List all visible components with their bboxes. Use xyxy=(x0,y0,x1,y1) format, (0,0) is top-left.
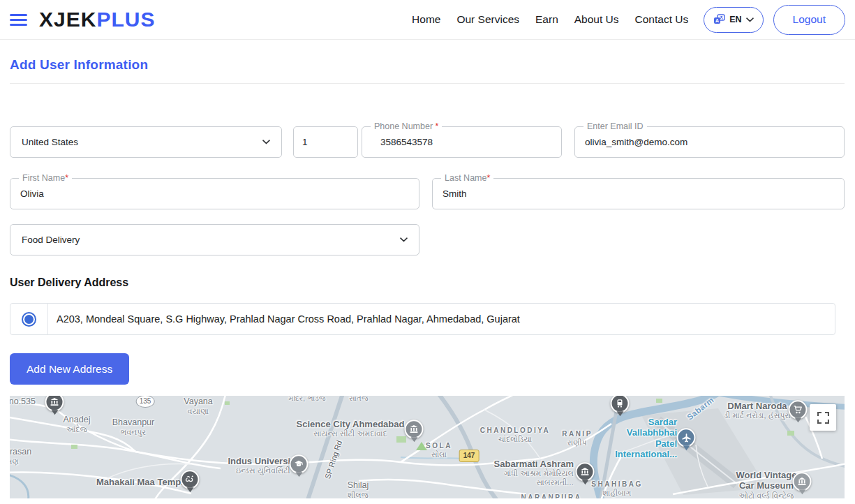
map-label: RANIPરાણીપ xyxy=(562,430,593,447)
address-row: A203, Mondeal Square, S.G Highway, Prahl… xyxy=(10,303,835,335)
translate-icon: A xyxy=(713,14,725,25)
map-label: Shilajશીલજ xyxy=(348,480,369,498)
brand-logo-blue: PLUS xyxy=(96,8,155,31)
name-fields-row: First Name* Last Name* xyxy=(10,178,845,209)
service-row: Food Delivery xyxy=(10,224,845,255)
map-label: Anadejઆંદેજ xyxy=(64,415,91,433)
phone-group: 1 Phone Number * xyxy=(293,126,562,158)
map-label: SHAHIBAGશાહીબાગ xyxy=(591,480,642,497)
map-label: સાતેજ xyxy=(349,396,369,403)
map-label: મંદિર, ભાડજ xyxy=(288,396,325,403)
phone-code-value: 1 xyxy=(302,137,308,147)
page-title: Add User Information xyxy=(10,57,845,73)
road-number-badge: 135 xyxy=(136,396,155,408)
service-select[interactable]: Food Delivery xyxy=(10,224,419,255)
language-selector[interactable]: A EN xyxy=(704,7,763,33)
nav-item-about-us[interactable]: About Us xyxy=(574,13,619,26)
top-nav-bar: XJEKPLUS Home Our Services Earn About Us… xyxy=(0,0,855,40)
country-select[interactable]: United States xyxy=(10,126,282,158)
road-number-badge: 147 xyxy=(459,450,479,462)
title-divider xyxy=(10,83,845,84)
map-label: Vayanaવયાણા xyxy=(184,396,212,415)
map-label: Bhavanpurભવનપુર xyxy=(112,417,154,436)
phone-number-field-wrapper: Phone Number * xyxy=(362,126,562,158)
country-select-value: United States xyxy=(22,137,78,147)
chevron-down-icon xyxy=(746,17,754,22)
language-code: EN xyxy=(729,15,741,24)
map-label: World VintageCar Museumઓટો વર્લ્ડ વિન્ટે… xyxy=(736,470,797,498)
svg-text:A: A xyxy=(715,18,719,23)
hamburger-menu-icon[interactable] xyxy=(10,14,27,26)
museum-icon xyxy=(405,420,424,438)
first-name-label: First Name* xyxy=(19,172,72,184)
map-label: SardarVallabhbhaiPatelInternational... xyxy=(615,417,677,459)
map[interactable]: y no.535VayanaવયાણાAnadejઆંદેજBhavanpurભ… xyxy=(10,396,845,498)
shopping-cart-icon xyxy=(789,400,808,419)
map-label: DMart Narodaડી માર્ટ નરોડા, હંસપુરા xyxy=(724,401,791,420)
graduation-cap-icon xyxy=(290,454,308,473)
map-label: SOLAસોલા xyxy=(426,442,452,459)
nav-item-contact-us[interactable]: Contact Us xyxy=(635,13,689,26)
map-label: y no.535 xyxy=(10,396,36,407)
fullscreen-icon xyxy=(817,412,829,424)
email-label: Enter Email ID xyxy=(583,121,647,132)
brand-logo[interactable]: XJEKPLUS xyxy=(39,9,155,30)
nav-item-earn[interactable]: Earn xyxy=(535,13,558,26)
map-fullscreen-button[interactable] xyxy=(810,404,836,431)
add-new-address-button[interactable]: Add New Address xyxy=(10,353,129,385)
brand-logo-black: XJEK xyxy=(39,8,96,31)
last-name-field-wrapper: Last Name* xyxy=(432,178,845,209)
phone-code-field[interactable]: 1 xyxy=(293,126,358,158)
map-label: Science City Ahmedabadસાયન્સ સીટી અમદાવા… xyxy=(297,419,405,438)
main-nav: Home Our Services Earn About Us Contact … xyxy=(412,13,688,26)
service-select-value: Food Delivery xyxy=(22,235,80,245)
add-user-page: Add User Information United States 1 Pho… xyxy=(0,57,855,498)
map-label: Mahakali Maa Temple xyxy=(96,477,188,487)
airplane-icon xyxy=(677,428,696,447)
delivery-address-title: User Delivery Address xyxy=(10,276,845,289)
logout-button[interactable]: Logout xyxy=(773,5,845,35)
radio-selected-icon xyxy=(22,312,36,327)
bank-icon xyxy=(576,462,595,481)
last-name-label: Last Name* xyxy=(441,172,493,184)
chevron-down-icon xyxy=(400,237,408,242)
map-label: NARANPURA xyxy=(521,494,582,498)
phone-number-label: Phone Number * xyxy=(371,121,442,132)
map-label: ndrasanડ્રાસણ xyxy=(10,447,31,466)
nav-item-home[interactable]: Home xyxy=(412,13,440,26)
om-temple-icon xyxy=(181,470,200,489)
map-label: Indus Universityઇન્ડસ યુનિવર્સિટી xyxy=(228,456,298,475)
address-text: A203, Mondeal Square, S.G Highway, Prahl… xyxy=(48,304,528,334)
nav-item-our-services[interactable]: Our Services xyxy=(456,13,519,26)
museum-icon xyxy=(793,472,812,491)
last-name-input[interactable] xyxy=(433,179,844,209)
email-field-wrapper: Enter Email ID xyxy=(574,126,845,158)
first-name-field-wrapper: First Name* xyxy=(10,178,419,209)
contact-fields-row: United States 1 Phone Number * Enter Ema… xyxy=(10,126,845,158)
map-label: CHANDLODIYAચાંદલોડિયા xyxy=(480,427,550,443)
map-label: Sabarmati Ashramગાંધી આશ્રમ મેમોરિયલસાબર… xyxy=(494,459,574,487)
address-radio[interactable] xyxy=(10,304,48,334)
chevron-down-icon xyxy=(262,140,270,144)
